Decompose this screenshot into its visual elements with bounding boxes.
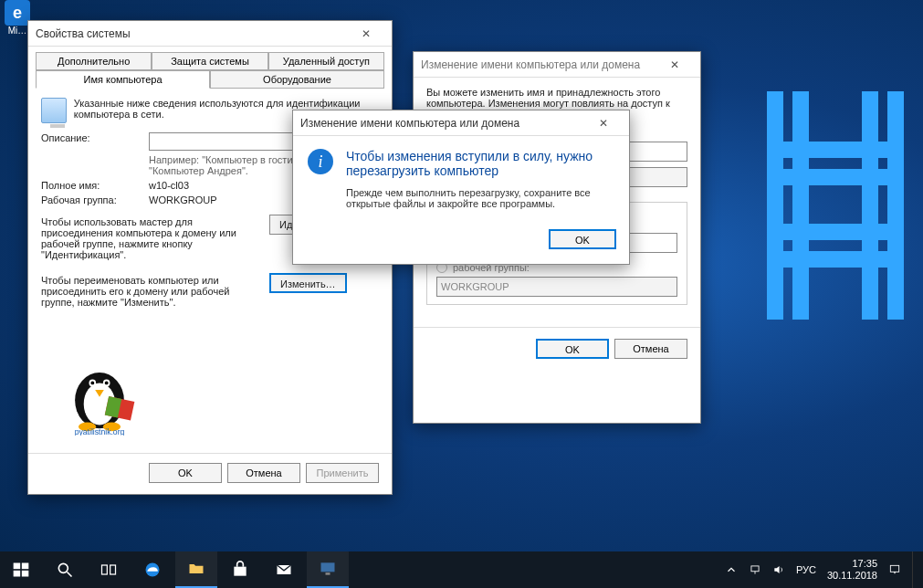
date: 30.11.2018 (827, 570, 877, 582)
search-button[interactable] (44, 551, 86, 588)
show-desktop-button[interactable] (912, 551, 918, 588)
search-icon (56, 561, 74, 579)
label-workgroup: Рабочая группа: (41, 194, 142, 205)
svg-text:pyatilistnik.org: pyatilistnik.org (75, 427, 125, 436)
svg-rect-12 (14, 563, 21, 570)
penguin-logo: pyatilistnik.org (56, 348, 143, 436)
store-icon (231, 561, 249, 579)
change-button[interactable]: Изменить… (269, 273, 347, 293)
cancel-button[interactable]: Отмена (614, 339, 687, 359)
windows-logo-art (767, 91, 904, 320)
edge-icon: e (5, 0, 30, 26)
network-icon[interactable] (749, 563, 761, 576)
store-taskbar[interactable] (219, 551, 261, 588)
apply-button: Применить (306, 463, 379, 483)
file-explorer-taskbar[interactable] (175, 551, 217, 588)
svg-rect-25 (751, 566, 759, 572)
value-workgroup: WORKGROUP (149, 194, 217, 205)
restart-prompt-dialog: Изменение имени компьютера или домена ✕ … (292, 110, 630, 265)
message-sub: Прежде чем выполнить перезагрузку, сохра… (346, 187, 614, 209)
computer-icon (41, 98, 67, 123)
taskbar: РУС 17:35 30.11.2018 (0, 551, 923, 588)
rename-text: Чтобы переименовать компьютер или присое… (41, 275, 260, 308)
ok-button[interactable]: OK (149, 463, 222, 483)
edge-taskbar[interactable] (131, 551, 173, 588)
start-button[interactable] (0, 551, 42, 588)
mail-taskbar[interactable] (263, 551, 305, 588)
notifications-icon[interactable] (888, 563, 901, 576)
chevron-up-icon[interactable] (725, 563, 738, 576)
mail-icon (275, 561, 293, 579)
edge-icon (143, 561, 162, 579)
svg-point-5 (105, 381, 109, 384)
svg-point-4 (90, 381, 94, 384)
svg-marker-27 (774, 566, 779, 573)
tab-protection[interactable]: Защита системы (152, 52, 267, 70)
value-fullname: w10-cl03 (149, 180, 189, 191)
tab-remote[interactable]: Удаленный доступ (268, 52, 384, 70)
ok-button[interactable]: OK (536, 339, 609, 359)
svg-point-16 (58, 563, 68, 572)
svg-rect-18 (102, 565, 108, 574)
close-icon[interactable]: ✕ (656, 58, 693, 71)
close-icon[interactable]: ✕ (348, 27, 384, 40)
svg-rect-24 (326, 572, 330, 575)
tab-advanced[interactable]: Дополнительно (36, 52, 152, 70)
window-title: Изменение имени компьютера или домена (421, 58, 640, 71)
titlebar[interactable]: Свойства системы ✕ (28, 21, 392, 47)
tab-computer-name[interactable]: Имя компьютера (36, 70, 210, 89)
label-fullname: Полное имя: (41, 180, 142, 191)
svg-rect-19 (110, 565, 116, 574)
close-icon[interactable]: ✕ (585, 117, 622, 130)
folder-icon (187, 560, 205, 578)
titlebar[interactable]: Изменение имени компьютера или домена ✕ (293, 110, 629, 136)
wizard-text: Чтобы использовать мастер для присоедине… (41, 216, 260, 260)
volume-icon[interactable] (772, 563, 785, 576)
language-indicator[interactable]: РУС (796, 564, 816, 575)
description-input[interactable] (149, 132, 304, 151)
svg-rect-15 (22, 571, 29, 577)
monitor-app-taskbar[interactable] (307, 551, 349, 588)
svg-rect-28 (890, 565, 898, 572)
cancel-button[interactable]: Отмена (227, 463, 300, 483)
svg-rect-13 (22, 563, 29, 570)
window-title: Свойства системы (36, 27, 131, 40)
monitor-icon (319, 560, 337, 578)
workgroup-input (436, 277, 677, 297)
message-main: Чтобы изменения вступили в силу, нужно п… (346, 149, 614, 178)
window-title: Изменение имени компьютера или домена (300, 117, 519, 130)
svg-rect-21 (234, 567, 246, 576)
svg-rect-23 (321, 562, 335, 572)
time: 17:35 (827, 558, 877, 570)
ok-button[interactable]: OK (549, 229, 616, 249)
titlebar[interactable]: Изменение имени компьютера или домена ✕ (414, 52, 700, 78)
windows-icon (12, 561, 30, 579)
tab-hardware[interactable]: Оборудование (210, 70, 384, 89)
task-view-button[interactable] (88, 551, 130, 588)
svg-line-17 (68, 572, 72, 577)
label-description: Описание: (41, 132, 142, 151)
svg-marker-29 (894, 572, 896, 573)
clock[interactable]: 17:35 30.11.2018 (827, 558, 877, 582)
svg-rect-14 (14, 571, 21, 577)
task-view-icon (100, 561, 118, 579)
info-icon: i (308, 149, 333, 174)
